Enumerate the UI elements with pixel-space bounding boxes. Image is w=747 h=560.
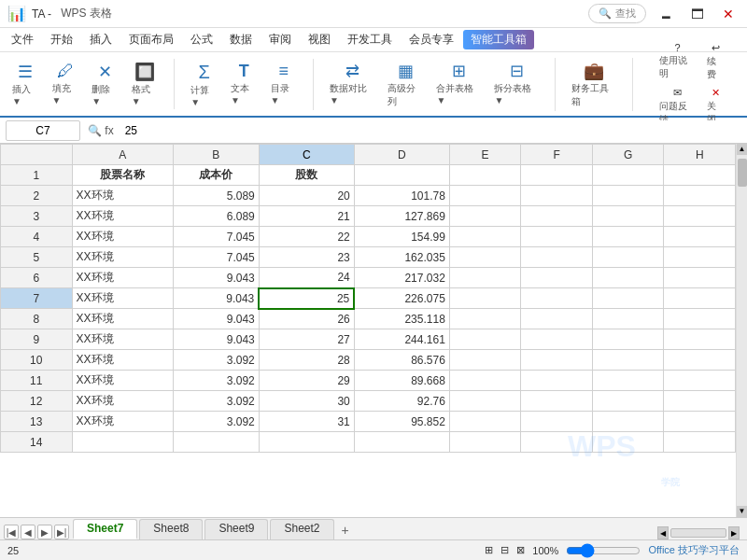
scroll-right-btn[interactable]: ▶: [728, 526, 740, 539]
maximize-btn[interactable]: 🗖: [685, 5, 710, 23]
menu-item-ai[interactable]: 智能工具箱: [463, 30, 534, 49]
cell-F12[interactable]: [521, 391, 593, 412]
cell-A6[interactable]: XX环境: [72, 268, 173, 288]
cell-G6[interactable]: [592, 268, 664, 288]
cell-D11[interactable]: 89.668: [354, 371, 449, 391]
cell-C8[interactable]: 26: [259, 309, 354, 329]
cell-A7[interactable]: XX环境: [72, 288, 173, 309]
cell-C9[interactable]: 27: [259, 329, 354, 350]
cell-E14[interactable]: [449, 432, 521, 453]
horizontal-scroll-track[interactable]: [670, 528, 726, 538]
cell-C3[interactable]: 21: [259, 206, 354, 227]
cell-A12[interactable]: XX环境: [72, 391, 173, 412]
col-header-C[interactable]: C: [259, 145, 354, 165]
cell-A2[interactable]: XX环境: [72, 186, 173, 206]
col-header-D[interactable]: D: [354, 145, 449, 165]
cell-G14[interactable]: [592, 432, 664, 453]
cell-B2[interactable]: 5.089: [173, 186, 259, 206]
cell-B5[interactable]: 7.045: [173, 247, 259, 268]
ribbon-calc-btn[interactable]: Σ 计算▼: [186, 59, 222, 110]
zoom-slider[interactable]: [566, 543, 641, 558]
cell-E7[interactable]: [449, 288, 521, 309]
cell-B9[interactable]: 9.043: [173, 329, 259, 350]
formula-input[interactable]: [121, 120, 741, 141]
menu-item-data[interactable]: 数据: [222, 29, 260, 50]
cell-reference-input[interactable]: [6, 120, 80, 141]
cell-D7[interactable]: 226.075: [354, 288, 449, 309]
menu-item-layout[interactable]: 页面布局: [121, 29, 181, 50]
add-sheet-btn[interactable]: +: [336, 521, 355, 539]
cell-F8[interactable]: [521, 309, 593, 329]
cell-C14[interactable]: [259, 432, 354, 453]
cell-G13[interactable]: [592, 412, 664, 432]
ribbon-format-btn[interactable]: 🔲 格式▼: [127, 59, 163, 109]
cell-H4[interactable]: [664, 227, 736, 247]
cell-A1[interactable]: 股票名称: [72, 165, 173, 186]
ribbon-unsplit-btn[interactable]: ⊟ 拆分表格▼: [489, 58, 543, 111]
cell-E5[interactable]: [449, 247, 521, 268]
cell-B14[interactable]: [173, 432, 259, 453]
ribbon-help-btn[interactable]: ? 使用说明: [655, 40, 698, 83]
cell-D10[interactable]: 86.576: [354, 350, 449, 371]
scroll-thumb[interactable]: [738, 159, 747, 187]
cell-B13[interactable]: 3.092: [173, 412, 259, 432]
cell-G7[interactable]: [592, 288, 664, 309]
cell-A8[interactable]: XX环境: [72, 309, 173, 329]
cell-D12[interactable]: 92.76: [354, 391, 449, 412]
cell-C10[interactable]: 28: [259, 350, 354, 371]
cell-E3[interactable]: [449, 206, 521, 227]
cell-A9[interactable]: XX环境: [72, 329, 173, 350]
cell-D14[interactable]: [354, 432, 449, 453]
cell-G3[interactable]: [592, 206, 664, 227]
cell-H2[interactable]: [664, 186, 736, 206]
ribbon-compare-btn[interactable]: ⇄ 数据对比▼: [325, 58, 379, 111]
cell-G8[interactable]: [592, 309, 664, 329]
cell-C5[interactable]: 23: [259, 247, 354, 268]
menu-item-formula[interactable]: 公式: [183, 29, 220, 50]
ribbon-text-btn[interactable]: T 文本▼: [226, 59, 262, 110]
view-page-btn[interactable]: ⊠: [516, 544, 525, 556]
cell-F4[interactable]: [521, 227, 593, 247]
cell-F6[interactable]: [521, 268, 593, 288]
cell-A10[interactable]: XX环境: [72, 350, 173, 371]
cell-H12[interactable]: [664, 391, 736, 412]
cell-E6[interactable]: [449, 268, 521, 288]
cell-H7[interactable]: [664, 288, 736, 309]
cell-C11[interactable]: 29: [259, 371, 354, 391]
sheet-tab-sheet7[interactable]: Sheet7: [73, 519, 137, 539]
tab-prev-btn[interactable]: ◀: [21, 525, 35, 539]
cell-H8[interactable]: [664, 309, 736, 329]
cell-B8[interactable]: 9.043: [173, 309, 259, 329]
col-header-A[interactable]: A: [72, 145, 173, 165]
view-layout-btn[interactable]: ⊟: [500, 544, 509, 556]
cell-F9[interactable]: [521, 329, 593, 350]
cell-B11[interactable]: 3.092: [173, 371, 259, 391]
cell-E2[interactable]: [449, 186, 521, 206]
cell-B6[interactable]: 9.043: [173, 268, 259, 288]
cell-C13[interactable]: 31: [259, 412, 354, 432]
cell-C4[interactable]: 22: [259, 227, 354, 247]
cell-F14[interactable]: [521, 432, 593, 453]
cell-A14[interactable]: [72, 432, 173, 453]
cell-C7[interactable]: 25: [259, 288, 354, 309]
close-btn[interactable]: ✕: [717, 5, 740, 23]
ribbon-split-btn[interactable]: ▦ 高级分列: [383, 58, 428, 111]
cell-D6[interactable]: 217.032: [354, 268, 449, 288]
ribbon-delete-btn[interactable]: ✕ 删除▼: [87, 59, 123, 109]
cell-G1[interactable]: [592, 165, 664, 186]
cell-F1[interactable]: [521, 165, 593, 186]
cell-B1[interactable]: 成本价: [173, 165, 259, 186]
col-header-E[interactable]: E: [449, 145, 521, 165]
cell-E13[interactable]: [449, 412, 521, 432]
cell-E9[interactable]: [449, 329, 521, 350]
cell-E8[interactable]: [449, 309, 521, 329]
cell-D5[interactable]: 162.035: [354, 247, 449, 268]
cell-H10[interactable]: [664, 350, 736, 371]
scroll-up-btn[interactable]: ▲: [737, 144, 748, 155]
cell-D1[interactable]: [354, 165, 449, 186]
cell-A3[interactable]: XX环境: [72, 206, 173, 227]
cell-G12[interactable]: [592, 391, 664, 412]
cell-G11[interactable]: [592, 371, 664, 391]
cell-F10[interactable]: [521, 350, 593, 371]
cell-G4[interactable]: [592, 227, 664, 247]
